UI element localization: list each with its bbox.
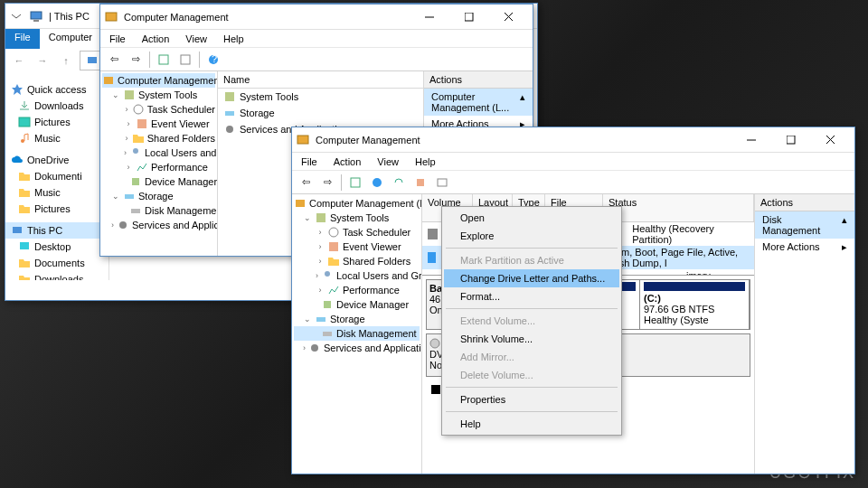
mmc-icon	[102, 74, 115, 87]
list-button[interactable]	[432, 173, 452, 192]
nav-documents[interactable]: Documents	[5, 255, 108, 271]
svg-rect-42	[787, 136, 795, 144]
tree-services[interactable]: ›Services and Applications	[294, 341, 420, 355]
tree-root[interactable]: Computer Management (L...	[102, 73, 215, 88]
tree-root[interactable]: Computer Management (Local)	[294, 196, 420, 211]
clock-icon	[132, 103, 145, 116]
pc-icon	[11, 224, 24, 237]
close-button[interactable]	[811, 128, 851, 152]
column-header-name[interactable]: Name	[218, 71, 423, 89]
actions-more[interactable]: More Actions▸	[755, 239, 854, 256]
actions-item-selected[interactable]: Computer Management (L...▴	[424, 89, 533, 116]
forward-button[interactable]: ⇨	[317, 173, 337, 192]
menu-help[interactable]: Help	[411, 155, 439, 169]
tree-performance[interactable]: ›Performance	[102, 160, 215, 174]
tree-system-tools[interactable]: ⌄System Tools	[102, 88, 215, 102]
nav-downloads[interactable]: Downloads	[5, 98, 108, 114]
chevron-down-icon[interactable]	[9, 9, 24, 23]
tree-task-scheduler[interactable]: ›Task Scheduler	[102, 102, 215, 117]
tree-shared-folders[interactable]: ›Shared Folders	[294, 254, 420, 268]
ctx-open[interactable]: Open	[444, 209, 619, 227]
minimize-button[interactable]	[731, 128, 771, 152]
nav-quick-access[interactable]: Quick access	[5, 81, 108, 98]
help-button[interactable]: ?	[203, 50, 223, 70]
tree-users-groups[interactable]: ›Local Users and Groups	[294, 268, 420, 283]
show-hide-tree-button[interactable]	[154, 50, 174, 70]
tree-device-manager[interactable]: Device Manager	[294, 297, 420, 312]
list-item[interactable]: System Tools	[218, 89, 423, 105]
svg-rect-1	[31, 12, 42, 19]
device-icon	[321, 298, 334, 311]
folder-icon	[18, 186, 31, 199]
show-hide-tree-button[interactable]	[345, 173, 365, 192]
ctx-change-drive-letter[interactable]: Change Drive Letter and Paths...	[444, 269, 619, 287]
close-button[interactable]	[489, 5, 529, 29]
menu-view[interactable]: View	[373, 155, 402, 169]
back-button[interactable]: ⇦	[104, 50, 124, 70]
minimize-button[interactable]	[410, 5, 449, 29]
tree-system-tools[interactable]: ⌄System Tools	[294, 211, 420, 225]
svg-rect-52	[329, 242, 338, 251]
partition-c[interactable]: (C:)97.66 GB NTFSHealthy (Syste	[640, 280, 750, 329]
settings-button[interactable]	[410, 173, 430, 192]
nav-pc-downloads[interactable]: Downloads	[5, 271, 108, 280]
users-icon	[129, 146, 142, 159]
tree-storage[interactable]: ⌄Storage	[294, 312, 420, 326]
menu-help[interactable]: Help	[220, 32, 248, 46]
menu-action[interactable]: Action	[330, 155, 365, 169]
tree-services[interactable]: ›Services and Applications	[102, 218, 215, 232]
ribbon-tab-computer[interactable]: Computer	[40, 29, 101, 49]
svg-point-32	[133, 148, 138, 154]
nav-onedrive[interactable]: OneDrive	[5, 152, 108, 168]
maximize-button[interactable]	[771, 128, 811, 152]
menu-file[interactable]: File	[297, 155, 321, 169]
ctx-format[interactable]: Format...	[444, 287, 619, 305]
ctx-shrink-volume[interactable]: Shrink Volume...	[444, 330, 619, 348]
menu-file[interactable]: File	[106, 32, 129, 46]
forward-button[interactable]: →	[33, 51, 52, 70]
menu-view[interactable]: View	[182, 32, 211, 46]
nav-od-music[interactable]: Music	[5, 184, 108, 201]
tree-event-viewer[interactable]: ›Event Viewer	[102, 117, 215, 131]
tree-task-scheduler[interactable]: ›Task Scheduler	[294, 225, 420, 239]
tree-performance[interactable]: ›Performance	[294, 283, 420, 297]
help-button[interactable]	[367, 173, 387, 192]
svg-rect-21	[465, 13, 473, 21]
tree-shared-folders[interactable]: ›Shared Folders	[102, 131, 215, 145]
mmc-icon	[104, 10, 118, 24]
perf-icon	[327, 284, 340, 296]
maximize-button[interactable]	[449, 5, 489, 29]
tree-storage[interactable]: ⌄Storage	[102, 189, 215, 203]
ctx-properties[interactable]: Properties	[444, 390, 619, 408]
nav-od-pictures[interactable]: Pictures	[5, 201, 108, 217]
svg-rect-33	[132, 178, 139, 185]
tree-device-manager[interactable]: Device Manager	[102, 174, 215, 189]
download-icon	[18, 99, 31, 112]
nav-this-pc[interactable]: This PC	[5, 222, 108, 239]
nav-dokumenti[interactable]: Dokumenti	[5, 168, 108, 184]
ribbon-tab-file[interactable]: File	[5, 29, 40, 49]
ctx-explore[interactable]: Explore	[444, 227, 619, 245]
list-item[interactable]: Storage	[218, 105, 423, 121]
tree-disk-management[interactable]: Disk Management	[294, 326, 420, 341]
svg-rect-19	[106, 13, 117, 21]
ctx-help[interactable]: Help	[444, 415, 619, 433]
cm1-title: Computer Management	[124, 12, 410, 23]
tree-disk-management[interactable]: Disk Management	[102, 203, 215, 218]
forward-button[interactable]: ⇨	[126, 50, 146, 70]
nav-music[interactable]: Music	[5, 130, 108, 146]
properties-button[interactable]	[175, 50, 195, 70]
up-button[interactable]: ↑	[56, 51, 76, 70]
back-button[interactable]: ⇦	[296, 173, 316, 192]
col-status[interactable]: Status	[603, 194, 754, 221]
nav-pictures[interactable]: Pictures	[5, 114, 108, 130]
svg-rect-0	[9, 9, 24, 23]
tree-event-viewer[interactable]: ›Event Viewer	[294, 239, 420, 254]
nav-desktop[interactable]: Desktop	[5, 239, 108, 255]
tree-users-groups[interactable]: ›Local Users and Groups	[102, 145, 215, 160]
actions-header: Actions	[755, 194, 854, 211]
refresh-button[interactable]	[389, 173, 409, 192]
actions-item-selected[interactable]: Disk Management▴	[755, 211, 854, 239]
back-button[interactable]: ←	[9, 51, 29, 70]
menu-action[interactable]: Action	[138, 32, 174, 46]
